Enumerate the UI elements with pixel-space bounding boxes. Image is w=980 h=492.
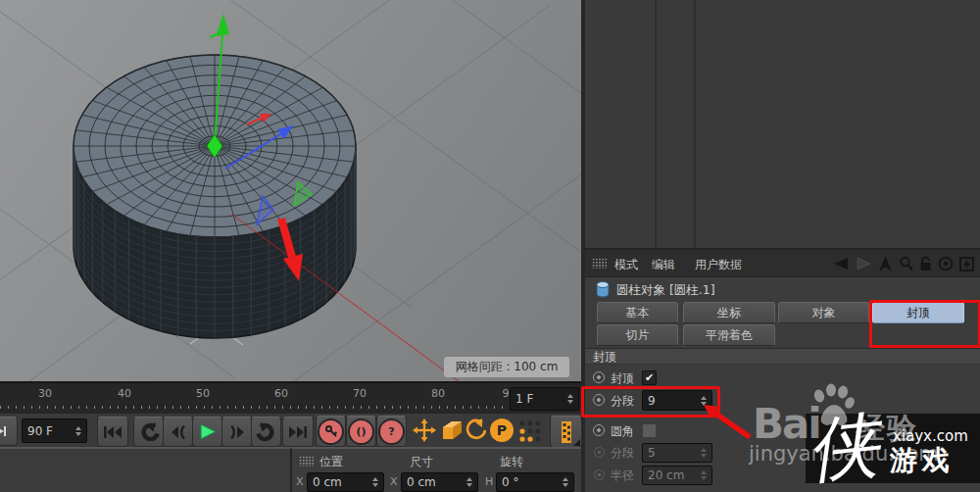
c4d-window: 网格间距 : 100 cm 模式 编辑 用户数据 bbox=[0, 0, 980, 492]
goto-start-button[interactable] bbox=[97, 417, 128, 447]
panel-grip-icon[interactable] bbox=[592, 258, 607, 269]
goto-end-icon bbox=[288, 425, 308, 439]
menu-edit[interactable]: 编辑 bbox=[652, 257, 675, 273]
filmstrip-icon bbox=[559, 420, 574, 444]
end-frame-field[interactable]: 90 F bbox=[22, 418, 87, 443]
ruler-label: 80 bbox=[431, 387, 445, 400]
menu-mode[interactable]: 模式 bbox=[614, 257, 638, 273]
search-icon[interactable] bbox=[899, 256, 913, 271]
play-icon bbox=[199, 423, 217, 440]
lock-icon[interactable] bbox=[919, 256, 932, 271]
next-key-button[interactable] bbox=[251, 417, 281, 447]
caps-anim-dot[interactable] bbox=[593, 371, 605, 383]
xia-character-watermark: 侠 bbox=[803, 397, 883, 492]
goto-end-button[interactable] bbox=[282, 417, 314, 447]
fillet-checkbox[interactable] bbox=[642, 423, 657, 438]
ruler-label: 70 bbox=[353, 387, 367, 400]
coordinates-panel: 位置 尺寸 旋转 X 0 cm X 0 cm H 0 ° bbox=[290, 447, 581, 492]
target-icon[interactable] bbox=[938, 256, 954, 271]
rotation-h-stepper[interactable] bbox=[563, 477, 568, 487]
point-level-animation-icon[interactable] bbox=[518, 419, 542, 442]
fillet-radius-field: 20 cm bbox=[642, 466, 712, 485]
ruler-ticks bbox=[0, 406, 504, 409]
goto-start-icon bbox=[103, 425, 122, 439]
rotation-header: 旋转 bbox=[500, 454, 523, 470]
position-x-value: 0 cm bbox=[313, 475, 342, 489]
fillet-radius-label: 半径 bbox=[611, 467, 634, 484]
rotation-h-field[interactable]: 0 ° bbox=[496, 472, 574, 492]
attribute-manager-menubar: 模式 编辑 用户数据 bbox=[585, 250, 980, 277]
next-frame-button[interactable] bbox=[221, 417, 252, 447]
keyframe-help-button[interactable]: ? bbox=[376, 416, 407, 447]
flyout-corner-icon bbox=[573, 439, 580, 446]
games-word-watermark: 游戏 bbox=[890, 442, 955, 479]
fillet-segments-value: 5 bbox=[648, 446, 656, 460]
position-x-axis: X bbox=[296, 475, 304, 488]
back-icon[interactable] bbox=[831, 256, 850, 271]
prev-key-button[interactable] bbox=[133, 417, 164, 447]
prev-frame-button[interactable] bbox=[163, 417, 193, 447]
cylinder-object-icon bbox=[596, 281, 610, 298]
caps-checkbox[interactable]: ✔ bbox=[642, 370, 657, 385]
size-x-stepper[interactable] bbox=[466, 477, 472, 487]
om-column-divider bbox=[694, 0, 696, 248]
record-scale-icon[interactable] bbox=[440, 419, 464, 442]
record-keyframe-button[interactable] bbox=[316, 416, 346, 447]
viewport[interactable]: 网格间距 : 100 cm bbox=[0, 0, 581, 383]
next-frame-icon bbox=[228, 424, 246, 440]
clipped-edge-button[interactable] bbox=[0, 417, 18, 446]
size-x-field[interactable]: 0 cm bbox=[401, 472, 478, 492]
timeline-ruler[interactable]: 30 40 50 60 70 80 9 1 F bbox=[0, 382, 581, 415]
add-panel-icon[interactable] bbox=[959, 257, 974, 271]
play-to-icon bbox=[0, 425, 7, 437]
rotation-h-axis: H bbox=[485, 475, 493, 488]
forward-icon[interactable] bbox=[856, 256, 872, 271]
key-icon bbox=[324, 424, 338, 438]
record-parameter-button[interactable]: P bbox=[490, 418, 514, 442]
ruler-label: 40 bbox=[118, 387, 131, 400]
next-key-icon bbox=[256, 422, 277, 441]
tab-phong[interactable]: 平滑着色(Phong) bbox=[683, 324, 775, 346]
caps-label: 封顶 bbox=[611, 370, 634, 387]
prev-key-icon bbox=[138, 422, 160, 441]
fillet-label: 圆角 bbox=[611, 423, 634, 440]
record-rotation-icon[interactable] bbox=[465, 418, 488, 442]
end-frame-stepper[interactable] bbox=[75, 426, 81, 436]
fillet-radius-anim-dot bbox=[594, 469, 605, 480]
position-x-field[interactable]: 0 cm bbox=[307, 472, 384, 492]
ruler-label: 9 bbox=[503, 387, 510, 400]
play-button[interactable] bbox=[192, 417, 222, 447]
ruler-label: 50 bbox=[196, 387, 210, 400]
grid-spacing-label: 网格间距 : 100 cm bbox=[444, 357, 569, 377]
tab-basic[interactable]: 基本 bbox=[597, 302, 678, 323]
object-manager-panel[interactable] bbox=[585, 0, 980, 251]
up-cursor-icon[interactable] bbox=[878, 256, 893, 272]
size-header: 尺寸 bbox=[410, 454, 433, 470]
annotation-arrow-segments bbox=[681, 392, 764, 451]
end-frame-value: 90 F bbox=[27, 424, 53, 438]
caps-section-header: 封顶 bbox=[585, 348, 980, 365]
ruler-label: 60 bbox=[274, 387, 288, 400]
current-frame-field[interactable]: 1 F bbox=[510, 387, 579, 411]
question-icon: ? bbox=[378, 418, 405, 445]
viewport-scene bbox=[0, 0, 581, 381]
position-x-stepper[interactable] bbox=[372, 477, 378, 487]
tab-coord[interactable]: 坐标 bbox=[683, 302, 775, 323]
timeline-window-button[interactable] bbox=[550, 416, 582, 448]
current-frame-value: 1 F bbox=[515, 392, 533, 406]
current-frame-stepper[interactable] bbox=[567, 394, 573, 404]
om-column-divider bbox=[655, 0, 657, 248]
fillet-radius-value: 20 cm bbox=[648, 468, 684, 482]
rotation-h-value: 0 ° bbox=[502, 475, 518, 489]
tab-slice[interactable]: 切片 bbox=[597, 324, 678, 346]
autokey-button[interactable]: () bbox=[346, 416, 376, 447]
annotation-box-caps-tab bbox=[869, 300, 980, 348]
record-position-icon[interactable] bbox=[413, 418, 436, 442]
fillet-segments-anim-dot bbox=[594, 447, 605, 458]
tab-object[interactable]: 对象 bbox=[778, 302, 869, 323]
object-title: 圆柱对象 [圆柱.1] bbox=[616, 282, 715, 299]
menu-userdata[interactable]: 用户数据 bbox=[695, 257, 742, 273]
coords-grip-icon[interactable] bbox=[299, 456, 314, 467]
position-header: 位置 bbox=[319, 454, 343, 470]
fillet-anim-dot[interactable] bbox=[593, 424, 605, 436]
